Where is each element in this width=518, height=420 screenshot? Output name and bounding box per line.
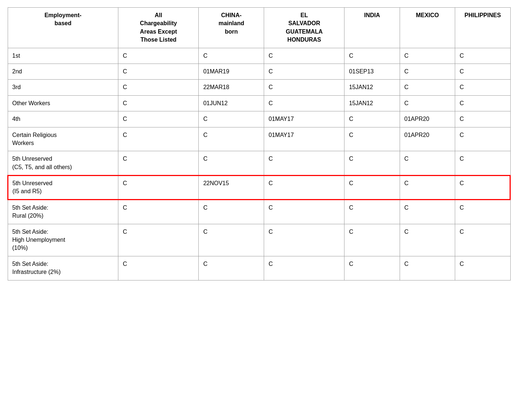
row-1st: 1stCCCCCC bbox=[8, 48, 510, 64]
cell-row-4th-employment: 4th bbox=[8, 111, 118, 127]
header-row: Employment-based AllChargeabilityAreas E… bbox=[8, 8, 510, 48]
cell-row-5th-set-aside-rural-mexico: C bbox=[400, 200, 455, 224]
row-other-workers: Other WorkersC01JUN12C15JAN12CC bbox=[8, 95, 510, 111]
cell-row-5th-unreserved-i5-india: C bbox=[344, 175, 400, 200]
cell-row-5th-set-aside-infrastructure-el_salvador: C bbox=[264, 256, 344, 280]
cell-row-certain-religious-china: C bbox=[199, 127, 264, 151]
row-5th-unreserved-i5: 5th Unreserved(I5 and R5)C22NOV15CCCC bbox=[8, 175, 510, 200]
cell-row-5th-set-aside-high-unemployment-philippines: C bbox=[455, 224, 510, 256]
cell-row-5th-set-aside-infrastructure-india: C bbox=[344, 256, 400, 280]
header-philippines: PHILIPPINES bbox=[455, 8, 510, 48]
cell-row-5th-set-aside-infrastructure-all: C bbox=[118, 256, 199, 280]
cell-row-other-workers-india: 15JAN12 bbox=[344, 95, 400, 111]
cell-row-3rd-mexico: C bbox=[400, 80, 455, 95]
header-all-chargeability: AllChargeabilityAreas ExceptThose Listed bbox=[118, 8, 199, 48]
cell-row-2nd-india: 01SEP13 bbox=[344, 64, 400, 79]
header-mexico: MEXICO bbox=[400, 8, 455, 48]
cell-row-5th-set-aside-rural-employment: 5th Set Aside:Rural (20%) bbox=[8, 200, 118, 224]
cell-row-3rd-philippines: C bbox=[455, 80, 510, 95]
cell-row-certain-religious-el_salvador: 01MAY17 bbox=[264, 127, 344, 151]
cell-row-1st-el_salvador: C bbox=[264, 48, 344, 64]
cell-row-4th-philippines: C bbox=[455, 111, 510, 127]
cell-row-certain-religious-philippines: C bbox=[455, 127, 510, 151]
cell-row-5th-unreserved-c5-employment: 5th Unreserved(C5, T5, and all others) bbox=[8, 151, 118, 175]
cell-row-5th-unreserved-i5-all: C bbox=[118, 175, 199, 200]
cell-row-5th-set-aside-high-unemployment-all: C bbox=[118, 224, 199, 256]
header-employment: Employment-based bbox=[8, 8, 118, 48]
cell-row-other-workers-philippines: C bbox=[455, 95, 510, 111]
cell-row-2nd-mexico: C bbox=[400, 64, 455, 79]
cell-row-5th-unreserved-c5-philippines: C bbox=[455, 151, 510, 175]
cell-row-5th-set-aside-rural-philippines: C bbox=[455, 200, 510, 224]
cell-row-4th-mexico: 01APR20 bbox=[400, 111, 455, 127]
visa-bulletin-table: Employment-based AllChargeabilityAreas E… bbox=[7, 7, 511, 280]
cell-row-5th-set-aside-high-unemployment-el_salvador: C bbox=[264, 224, 344, 256]
cell-row-5th-set-aside-rural-india: C bbox=[344, 200, 400, 224]
main-container: Employment-based AllChargeabilityAreas E… bbox=[0, 0, 518, 420]
cell-row-other-workers-employment: Other Workers bbox=[8, 95, 118, 111]
cell-row-5th-unreserved-c5-all: C bbox=[118, 151, 199, 175]
cell-row-4th-china: C bbox=[199, 111, 264, 127]
cell-row-5th-set-aside-rural-all: C bbox=[118, 200, 199, 224]
cell-row-5th-set-aside-rural-el_salvador: C bbox=[264, 200, 344, 224]
cell-row-2nd-el_salvador: C bbox=[264, 64, 344, 79]
cell-row-5th-set-aside-high-unemployment-mexico: C bbox=[400, 224, 455, 256]
cell-row-2nd-philippines: C bbox=[455, 64, 510, 79]
cell-row-5th-unreserved-i5-philippines: C bbox=[455, 175, 510, 200]
row-5th-unreserved-c5: 5th Unreserved(C5, T5, and all others)CC… bbox=[8, 151, 510, 175]
cell-row-2nd-all: C bbox=[118, 64, 199, 79]
cell-row-5th-unreserved-i5-el_salvador: C bbox=[264, 175, 344, 200]
cell-row-3rd-all: C bbox=[118, 80, 199, 95]
cell-row-1st-employment: 1st bbox=[8, 48, 118, 64]
cell-row-3rd-india: 15JAN12 bbox=[344, 80, 400, 95]
header-india: INDIA bbox=[344, 8, 400, 48]
cell-row-certain-religious-india: C bbox=[344, 127, 400, 151]
row-5th-set-aside-rural: 5th Set Aside:Rural (20%)CCCCCC bbox=[8, 200, 510, 224]
cell-row-1st-all: C bbox=[118, 48, 199, 64]
cell-row-certain-religious-all: C bbox=[118, 127, 199, 151]
cell-row-3rd-china: 22MAR18 bbox=[199, 80, 264, 95]
cell-row-4th-india: C bbox=[344, 111, 400, 127]
row-3rd: 3rdC22MAR18C15JAN12CC bbox=[8, 80, 510, 95]
cell-row-5th-set-aside-infrastructure-employment: 5th Set Aside:Infrastructure (2%) bbox=[8, 256, 118, 280]
cell-row-3rd-employment: 3rd bbox=[8, 80, 118, 95]
cell-row-2nd-employment: 2nd bbox=[8, 64, 118, 79]
cell-row-5th-set-aside-high-unemployment-china: C bbox=[199, 224, 264, 256]
cell-row-2nd-china: 01MAR19 bbox=[199, 64, 264, 79]
row-5th-set-aside-infrastructure: 5th Set Aside:Infrastructure (2%)CCCCCC bbox=[8, 256, 510, 280]
cell-row-1st-philippines: C bbox=[455, 48, 510, 64]
cell-row-3rd-el_salvador: C bbox=[264, 80, 344, 95]
header-el-salvador: ELSALVADORGUATEMALAHONDURAS bbox=[264, 8, 344, 48]
cell-row-certain-religious-employment: Certain ReligiousWorkers bbox=[8, 127, 118, 151]
cell-row-other-workers-el_salvador: C bbox=[264, 95, 344, 111]
cell-row-5th-unreserved-c5-india: C bbox=[344, 151, 400, 175]
row-certain-religious: Certain ReligiousWorkersCC01MAY17C01APR2… bbox=[8, 127, 510, 151]
cell-row-4th-el_salvador: 01MAY17 bbox=[264, 111, 344, 127]
cell-row-5th-unreserved-i5-employment: 5th Unreserved(I5 and R5) bbox=[8, 175, 118, 200]
cell-row-1st-china: C bbox=[199, 48, 264, 64]
cell-row-5th-set-aside-infrastructure-mexico: C bbox=[400, 256, 455, 280]
cell-row-1st-india: C bbox=[344, 48, 400, 64]
cell-row-5th-unreserved-c5-el_salvador: C bbox=[264, 151, 344, 175]
cell-row-5th-set-aside-rural-china: C bbox=[199, 200, 264, 224]
cell-row-other-workers-mexico: C bbox=[400, 95, 455, 111]
cell-row-certain-religious-mexico: 01APR20 bbox=[400, 127, 455, 151]
cell-row-1st-mexico: C bbox=[400, 48, 455, 64]
cell-row-4th-all: C bbox=[118, 111, 199, 127]
row-5th-set-aside-high-unemployment: 5th Set Aside:High Unemployment(10%)CCCC… bbox=[8, 224, 510, 256]
cell-row-5th-set-aside-high-unemployment-india: C bbox=[344, 224, 400, 256]
row-2nd: 2ndC01MAR19C01SEP13CC bbox=[8, 64, 510, 79]
cell-row-other-workers-all: C bbox=[118, 95, 199, 111]
cell-row-5th-set-aside-infrastructure-philippines: C bbox=[455, 256, 510, 280]
cell-row-5th-unreserved-c5-china: C bbox=[199, 151, 264, 175]
cell-row-5th-set-aside-infrastructure-china: C bbox=[199, 256, 264, 280]
row-4th: 4thCC01MAY17C01APR20C bbox=[8, 111, 510, 127]
cell-row-5th-unreserved-c5-mexico: C bbox=[400, 151, 455, 175]
header-china: CHINA-mainlandborn bbox=[199, 8, 264, 48]
cell-row-other-workers-china: 01JUN12 bbox=[199, 95, 264, 111]
cell-row-5th-unreserved-i5-china: 22NOV15 bbox=[199, 175, 264, 200]
cell-row-5th-unreserved-i5-mexico: C bbox=[400, 175, 455, 200]
cell-row-5th-set-aside-high-unemployment-employment: 5th Set Aside:High Unemployment(10%) bbox=[8, 224, 118, 256]
